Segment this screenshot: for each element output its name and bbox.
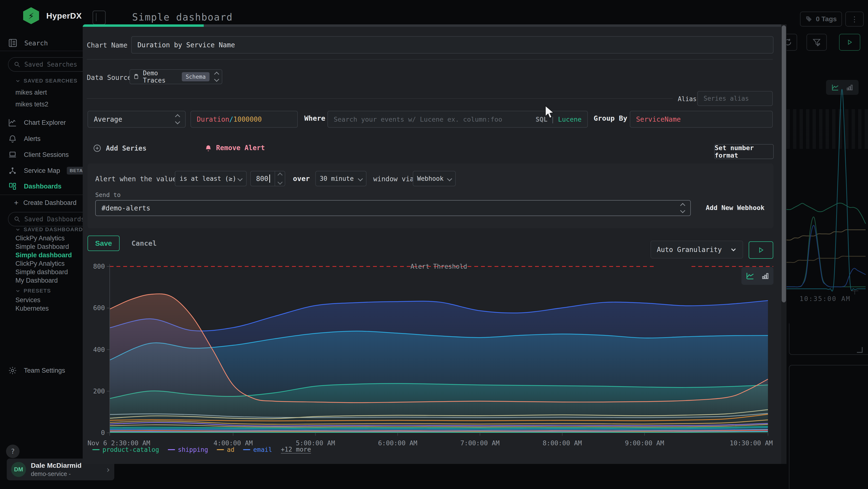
- alert-window-select[interactable]: 30 minute: [315, 171, 367, 186]
- user-org: demo-service -: [31, 470, 82, 478]
- set-number-format-button[interactable]: Set number format: [714, 144, 774, 159]
- legend-dash: [168, 449, 175, 450]
- user-name: Dale McDiarmid: [31, 462, 82, 469]
- where-label: Where: [304, 114, 325, 122]
- lucene-toggle[interactable]: Lucene: [558, 116, 582, 123]
- dashboard-item[interactable]: ClickPy Analytics: [16, 260, 65, 267]
- scrollbar-thumb[interactable]: [782, 25, 786, 303]
- sidebar-item-dashboards[interactable]: Dashboards: [8, 182, 61, 191]
- bar-chart-icon: [761, 272, 769, 280]
- group-by-input[interactable]: ServiceName: [630, 111, 773, 128]
- legend-item[interactable]: ad: [217, 446, 235, 453]
- chevron-down-icon: [16, 227, 20, 232]
- number-stepper[interactable]: [275, 171, 285, 186]
- window-via-label: window via: [373, 175, 414, 183]
- sidebar-item-client-sessions[interactable]: Client Sessions: [8, 150, 69, 159]
- plus-circle-icon: [93, 144, 101, 152]
- legend-dash: [243, 449, 250, 450]
- more-menu-button[interactable]: ⋮: [845, 11, 864, 27]
- preset-item[interactable]: Kubernetes: [16, 305, 49, 312]
- granularity-select[interactable]: Auto Granularity: [651, 241, 743, 259]
- alias-label: Alias: [678, 95, 696, 103]
- edit-chart-modal: Chart Name Duration by Service Name Data…: [83, 24, 781, 464]
- sidebar-item-chart-explorer[interactable]: Chart Explorer: [8, 118, 66, 127]
- field-expression-input[interactable]: Duration/1000000: [190, 111, 298, 128]
- legend-item[interactable]: email: [243, 446, 272, 453]
- data-source-select[interactable]: Demo Traces Schema: [129, 69, 222, 84]
- hyperdx-logo-icon: ⚡: [23, 7, 39, 24]
- sidebar-toggle-button[interactable]: [93, 10, 105, 25]
- saved-search-item[interactable]: mikes alert: [16, 89, 47, 96]
- line-chart-icon: [831, 83, 840, 91]
- run-chart-button[interactable]: [749, 241, 773, 259]
- remove-alert-button[interactable]: Remove Alert: [205, 144, 265, 152]
- alias-placeholder: Series alias: [704, 95, 749, 102]
- saved-dashboards-header[interactable]: SAVED DASHBOARDS: [16, 226, 87, 233]
- resize-handle-icon[interactable]: [854, 345, 864, 353]
- page-title: Simple dashboard: [132, 11, 233, 23]
- sidebar-item-service-map[interactable]: Service Map BETA: [8, 166, 86, 175]
- sidebar-item-team-settings[interactable]: Team Settings: [8, 366, 65, 375]
- preset-item[interactable]: Services: [16, 296, 40, 304]
- dashboard-item[interactable]: Simple Dashboard: [16, 243, 69, 251]
- help-button[interactable]: ?: [6, 444, 20, 458]
- series-separator: [87, 98, 673, 99]
- chart-type-toggle[interactable]: [741, 267, 774, 285]
- modal-scrollbar[interactable]: [781, 24, 786, 464]
- webhook-select[interactable]: #demo-alerts: [95, 200, 691, 216]
- brand-name: HyperDX: [46, 11, 82, 21]
- legend-dash: [92, 449, 100, 450]
- dashboard-item[interactable]: My Dashboard: [16, 277, 58, 284]
- where-search-input[interactable]: Search your events w/ Lucene ex. column:…: [328, 111, 588, 128]
- dashboard-item[interactable]: ClickPy Analytics: [16, 235, 65, 242]
- legend-item[interactable]: product-catalog: [92, 446, 159, 453]
- sidebar-item-alerts[interactable]: Alerts: [8, 134, 40, 143]
- search-icon: [14, 216, 21, 223]
- aggregation-select[interactable]: Average: [88, 111, 186, 128]
- chart-name-label: Chart Name: [87, 41, 128, 49]
- legend-item[interactable]: shipping: [168, 446, 208, 453]
- chevron-down-icon: [358, 176, 363, 181]
- add-new-webhook-link[interactable]: Add New Webhook: [706, 204, 765, 211]
- saved-dashboards-input[interactable]: Saved Dashboards: [8, 212, 92, 226]
- add-series-button[interactable]: Add Series: [93, 144, 147, 152]
- dashboard-item-active[interactable]: Simple dashboard: [16, 252, 72, 259]
- legend-dash: [217, 449, 224, 450]
- modal-progress-bar: [83, 24, 781, 27]
- filter-button[interactable]: [807, 34, 827, 51]
- saved-dashboards-placeholder: Saved Dashboards: [24, 215, 85, 223]
- background-chart-toggle[interactable]: [826, 80, 859, 95]
- select-chevrons-icon: [215, 73, 218, 81]
- sql-toggle[interactable]: SQL: [535, 116, 547, 123]
- play-button-dimmed[interactable]: [839, 34, 860, 51]
- dashboard-item[interactable]: Simple dashboard: [16, 268, 68, 276]
- saved-searches-header[interactable]: SAVED SEARCHES: [16, 78, 78, 84]
- cancel-button[interactable]: Cancel: [131, 239, 157, 248]
- chart-name-input[interactable]: Duration by Service Name: [131, 36, 774, 54]
- alias-input[interactable]: Series alias: [697, 91, 773, 106]
- tag-icon: [805, 16, 812, 23]
- presets-header[interactable]: PRESETS: [16, 288, 51, 294]
- sidebar-item-search[interactable]: Search: [8, 38, 48, 48]
- filter-icon: [812, 38, 821, 47]
- chevron-down-icon: [730, 246, 737, 253]
- alert-condition-select[interactable]: is at least (≥): [175, 171, 247, 186]
- database-icon: [133, 74, 139, 80]
- alert-prefix: Alert when the value: [95, 175, 177, 183]
- bell-icon: [8, 134, 17, 143]
- plus-icon: +: [14, 198, 19, 207]
- legend-more-link[interactable]: +12 more: [281, 446, 311, 454]
- modal-separator: [87, 59, 773, 60]
- saved-searches-input[interactable]: Saved Searches: [8, 57, 92, 72]
- sidebar-divider: [0, 195, 83, 195]
- alert-channel-select[interactable]: Webhook: [413, 171, 456, 186]
- where-placeholder: Search your events w/ Lucene ex. column:…: [334, 116, 502, 123]
- save-button[interactable]: Save: [88, 236, 120, 251]
- send-to-label: Send to: [95, 192, 121, 198]
- chevron-down-icon: [16, 288, 20, 293]
- create-dashboard-button[interactable]: + Create Dashboard: [14, 198, 76, 207]
- avatar: DM: [11, 462, 26, 477]
- tags-button[interactable]: 0 Tags: [800, 11, 842, 27]
- alert-threshold-input[interactable]: 800: [250, 171, 285, 186]
- saved-search-item[interactable]: mikes tets2: [16, 100, 49, 108]
